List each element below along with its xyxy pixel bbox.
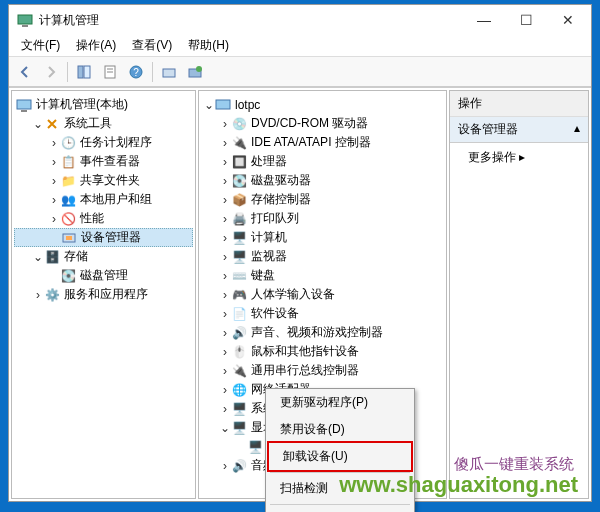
- expand-icon[interactable]: ›: [219, 327, 231, 339]
- svg-text:?: ?: [133, 67, 139, 78]
- device-category[interactable]: ›🖥️监视器: [201, 247, 444, 266]
- expand-icon[interactable]: ›: [32, 289, 44, 301]
- actions-item-more[interactable]: 更多操作 ▸: [450, 143, 588, 172]
- expand-icon[interactable]: ›: [48, 213, 60, 225]
- tree-label: 磁盘驱动器: [251, 172, 311, 189]
- device-category[interactable]: ›💿DVD/CD-ROM 驱动器: [201, 114, 444, 133]
- menu-file[interactable]: 文件(F): [13, 35, 68, 56]
- expand-icon[interactable]: ›: [219, 308, 231, 320]
- minimize-button[interactable]: —: [463, 6, 505, 34]
- expand-icon[interactable]: ›: [219, 270, 231, 282]
- show-hide-tree-button[interactable]: [72, 60, 96, 84]
- expand-icon[interactable]: ›: [219, 137, 231, 149]
- expand-icon[interactable]: ›: [219, 346, 231, 358]
- expand-icon[interactable]: ›: [219, 175, 231, 187]
- tree-label: 性能: [80, 210, 104, 227]
- tree-item[interactable]: ›🚫性能: [14, 209, 193, 228]
- device-category[interactable]: ›⌨️键盘: [201, 266, 444, 285]
- expand-icon[interactable]: ⌄: [32, 118, 44, 130]
- expand-icon[interactable]: ›: [219, 460, 231, 472]
- properties-button[interactable]: [98, 60, 122, 84]
- expand-icon[interactable]: ›: [48, 194, 60, 206]
- expand-icon[interactable]: ⌄: [219, 422, 231, 434]
- ctx-update-driver[interactable]: 更新驱动程序(P): [266, 389, 414, 416]
- expand-icon[interactable]: ›: [48, 175, 60, 187]
- tree-item[interactable]: ›🕒任务计划程序: [14, 133, 193, 152]
- svg-rect-12: [17, 100, 31, 109]
- left-tree-pane[interactable]: 计算机管理(本地) ⌄ 系统工具 ›🕒任务计划程序 ›📋事件查看器 ›📁共享文件…: [11, 90, 196, 499]
- close-button[interactable]: ✕: [547, 6, 589, 34]
- tree-root[interactable]: 计算机管理(本地): [14, 95, 193, 114]
- expand-icon[interactable]: ⌄: [203, 99, 215, 111]
- tree-label: 声音、视频和游戏控制器: [251, 324, 383, 341]
- software-icon: 📄: [231, 306, 247, 322]
- device-category[interactable]: ›🔌IDE ATA/ATAPI 控制器: [201, 133, 444, 152]
- expand-icon[interactable]: ›: [48, 156, 60, 168]
- toolbar-sep: [152, 62, 153, 82]
- device-category[interactable]: ›🔲处理器: [201, 152, 444, 171]
- ctx-properties[interactable]: 属性(R): [266, 507, 414, 512]
- device-category[interactable]: ›📦存储控制器: [201, 190, 444, 209]
- menu-help[interactable]: 帮助(H): [180, 35, 237, 56]
- tree-group[interactable]: ⌄🗄️存储: [14, 247, 193, 266]
- device-category[interactable]: ›💽磁盘驱动器: [201, 171, 444, 190]
- forward-button[interactable]: [39, 60, 63, 84]
- computer-icon: [215, 97, 231, 113]
- tree-label: lotpc: [235, 98, 260, 112]
- tree-label: 本地用户和组: [80, 191, 152, 208]
- device-category[interactable]: ›📄软件设备: [201, 304, 444, 323]
- maximize-button[interactable]: ☐: [505, 6, 547, 34]
- tree-label: 计算机管理(本地): [36, 96, 128, 113]
- expand-icon[interactable]: ›: [219, 194, 231, 206]
- tree-item[interactable]: ›👥本地用户和组: [14, 190, 193, 209]
- ctx-uninstall-device[interactable]: 卸载设备(U): [269, 443, 411, 470]
- expand-icon[interactable]: ›: [219, 213, 231, 225]
- tree-group[interactable]: ⌄ 系统工具: [14, 114, 193, 133]
- expand-icon[interactable]: ›: [48, 137, 60, 149]
- actions-item-devicemgr[interactable]: 设备管理器▴: [450, 117, 588, 143]
- expand-icon[interactable]: ›: [219, 384, 231, 396]
- tree-group[interactable]: ›⚙️服务和应用程序: [14, 285, 193, 304]
- ctx-disable-device[interactable]: 禁用设备(D): [266, 416, 414, 443]
- device-category[interactable]: ›🖥️计算机: [201, 228, 444, 247]
- ctx-separator: [270, 504, 410, 505]
- tree-item-device-manager[interactable]: 设备管理器: [14, 228, 193, 247]
- help-button[interactable]: ?: [124, 60, 148, 84]
- cpu-icon: 🔲: [231, 154, 247, 170]
- device-category[interactable]: ›🔊声音、视频和游戏控制器: [201, 323, 444, 342]
- expand-icon[interactable]: ›: [219, 118, 231, 130]
- menu-view[interactable]: 查看(V): [124, 35, 180, 56]
- expand-icon[interactable]: ›: [219, 156, 231, 168]
- back-button[interactable]: [13, 60, 37, 84]
- device-category[interactable]: ›🖨️打印队列: [201, 209, 444, 228]
- expand-icon[interactable]: ⌄: [32, 251, 44, 263]
- device-category[interactable]: ›🖱️鼠标和其他指针设备: [201, 342, 444, 361]
- device-category[interactable]: ›🎮人体学输入设备: [201, 285, 444, 304]
- usb-icon: 🔌: [231, 363, 247, 379]
- tree-label: 打印队列: [251, 210, 299, 227]
- storage-icon: 🗄️: [44, 249, 60, 265]
- tree-label: 键盘: [251, 267, 275, 284]
- expand-icon[interactable]: ›: [219, 289, 231, 301]
- tree-item[interactable]: 💽磁盘管理: [14, 266, 193, 285]
- svg-rect-0: [18, 15, 32, 24]
- users-icon: 👥: [60, 192, 76, 208]
- menu-action[interactable]: 操作(A): [68, 35, 124, 56]
- storage-ctrl-icon: 📦: [231, 192, 247, 208]
- scan-button[interactable]: [157, 60, 181, 84]
- expand-icon[interactable]: ›: [219, 251, 231, 263]
- device-root[interactable]: ⌄lotpc: [201, 95, 444, 114]
- collapse-icon: ▴: [574, 121, 580, 138]
- titlebar[interactable]: 计算机管理 — ☐ ✕: [9, 5, 591, 35]
- svg-point-11: [196, 66, 202, 72]
- refresh-button[interactable]: [183, 60, 207, 84]
- expand-icon[interactable]: ›: [219, 403, 231, 415]
- watermark-url: www.shaguaxitong.net: [339, 472, 578, 498]
- expand-icon[interactable]: ›: [219, 365, 231, 377]
- tree-item[interactable]: ›📋事件查看器: [14, 152, 193, 171]
- audio-icon: 🔊: [231, 458, 247, 474]
- expand-icon[interactable]: ›: [219, 232, 231, 244]
- tree-item[interactable]: ›📁共享文件夹: [14, 171, 193, 190]
- display-icon: 🖥️: [231, 420, 247, 436]
- device-category[interactable]: ›🔌通用串行总线控制器: [201, 361, 444, 380]
